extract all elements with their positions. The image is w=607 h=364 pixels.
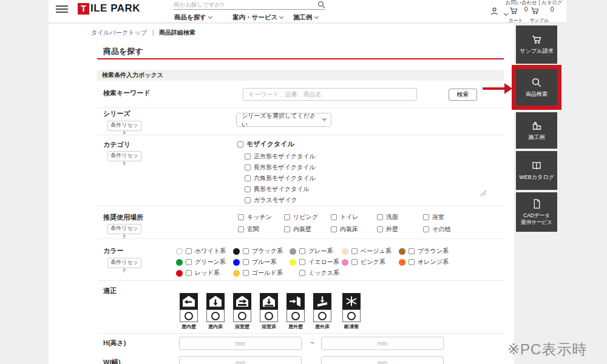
color-checkbox-gray[interactable]: グレー系 <box>290 247 333 255</box>
sidebar-works-button[interactable]: 施工例 <box>516 112 557 149</box>
suitability-selector[interactable] <box>260 309 278 322</box>
suitability-frost: 耐凍害 <box>342 293 361 330</box>
category-child-checkbox[interactable]: 長方形モザイクタイル <box>245 163 316 172</box>
color-checkbox-red[interactable]: レッド系 <box>176 269 220 277</box>
breadcrumb: タイルパークトップ | 商品詳細検索 <box>91 29 195 37</box>
color-swatch <box>233 270 240 277</box>
category-child-checkbox[interactable]: 六角形モザイクタイル <box>245 174 316 183</box>
color-checkbox-brown[interactable]: ブラウン系 <box>399 247 449 255</box>
outdoor-wall-icon <box>287 293 305 309</box>
suitability-selector[interactable] <box>206 309 225 322</box>
suitability-indoor-wall: 屋内壁 <box>180 293 198 330</box>
search-box-header: 検索条件入力ボックス <box>97 70 504 81</box>
sample-cart-button[interactable]: サンプル 0 <box>530 6 554 24</box>
category-child-checkbox[interactable]: ガラスモザイク <box>245 196 297 204</box>
search-button[interactable]: 検索 <box>449 89 477 101</box>
suitability-bath-floor: 浴室床 <box>260 293 278 330</box>
breadcrumb-home-link[interactable]: タイルパークトップ <box>91 29 147 36</box>
cart-button[interactable]: カート 0 <box>509 6 527 24</box>
color-swatch <box>342 248 348 255</box>
series-select[interactable]: シリーズを選択してください <box>236 113 331 127</box>
cart-icon <box>531 34 543 45</box>
suitability-selector[interactable] <box>313 309 331 322</box>
search-icon[interactable] <box>317 1 325 8</box>
nav-products[interactable]: 商品を探す <box>174 13 212 22</box>
indoor-wall-icon <box>180 293 198 309</box>
color-checkbox-gold[interactable]: ゴールド系 <box>233 269 283 277</box>
color-checkbox-mix[interactable]: ミックス系 <box>299 269 339 277</box>
cart-label: カート <box>509 18 523 24</box>
color-checkbox-green[interactable]: グリーン系 <box>176 258 226 266</box>
color-reset-button[interactable]: 条件リセット <box>107 258 141 268</box>
page-title: 商品を探す <box>103 46 143 57</box>
keyword-input[interactable] <box>243 88 417 101</box>
height-label: H(高さ) <box>103 339 126 348</box>
place-checkbox[interactable]: 浴室 <box>423 213 444 221</box>
color-checkbox-black[interactable]: ブラック系 <box>233 247 283 255</box>
category-child-checkbox[interactable]: 異形モザイクタイル <box>245 185 310 194</box>
category-child-checkbox[interactable]: 正方形モザイクタイル <box>245 152 316 161</box>
color-swatch <box>176 270 183 277</box>
category-reset-button[interactable]: 条件リセット <box>107 151 141 161</box>
color-swatch <box>233 259 240 266</box>
color-swatch <box>176 259 183 266</box>
title-underline <box>97 58 504 59</box>
series-reset-button[interactable]: 条件リセット <box>107 121 141 131</box>
height-min-input[interactable] <box>179 337 302 350</box>
checkbox <box>237 141 243 147</box>
bath-wall-icon <box>233 293 251 309</box>
suitability-label: 適正 <box>103 286 117 295</box>
pc-display-note: ※PC表示時 <box>507 340 587 359</box>
suitability-selector[interactable] <box>287 309 305 322</box>
suitability-indoor-floor: 屋内床 <box>206 293 225 330</box>
color-checkbox-white[interactable]: ホワイト系 <box>176 247 226 255</box>
user-icon <box>489 6 500 16</box>
color-checkbox-yellow[interactable]: イエロー系 <box>290 258 339 266</box>
nav-works[interactable]: 施工例 <box>293 13 318 22</box>
color-checkbox-orange[interactable]: オレンジ系 <box>399 258 449 266</box>
sidebar-cad-data-button[interactable]: CADデータ提供サービス <box>516 192 557 232</box>
suitability-bath-wall: 浴室壁 <box>233 293 251 330</box>
width-max-input[interactable] <box>321 356 444 364</box>
tile-park-logo[interactable]: T ILE PARK <box>78 2 140 15</box>
place-checkbox[interactable]: トイレ <box>331 213 359 221</box>
account-menu[interactable] <box>489 6 507 19</box>
width-min-input[interactable] <box>179 356 302 364</box>
header-search-input[interactable] <box>174 1 317 8</box>
building-icon <box>531 120 543 131</box>
place-checkbox[interactable]: 洗面 <box>377 213 398 221</box>
tilde-separator: ~ <box>310 339 314 347</box>
color-checkbox-beige[interactable]: ベージュ系 <box>342 247 392 255</box>
suitability-selector[interactable] <box>342 309 361 322</box>
suitability-selector[interactable] <box>180 309 198 322</box>
color-checkbox-blue[interactable]: ブルー系 <box>233 258 276 266</box>
nav-services[interactable]: 案内・サービス <box>232 13 283 22</box>
sidebar-product-search-button[interactable]: 商品検索 <box>516 69 557 106</box>
frost-resistant-icon <box>342 293 361 309</box>
sidebar-sample-request-button[interactable]: サンプル請求 <box>516 25 557 64</box>
color-checkbox-pink[interactable]: ピンク系 <box>342 258 385 266</box>
cart-count: 0 <box>524 6 528 13</box>
book-icon <box>531 160 543 171</box>
place-checkbox[interactable]: 外壁 <box>377 225 398 234</box>
category-parent-checkbox[interactable]: モザイクタイル <box>237 140 294 149</box>
document-icon <box>532 198 542 209</box>
place-checkbox[interactable]: リビング <box>284 213 318 221</box>
place-checkbox[interactable]: キッチン <box>238 213 272 221</box>
logo-text: ILE PARK <box>90 2 140 15</box>
place-checkbox[interactable]: 内装壁 <box>284 225 311 234</box>
suitability-selector[interactable] <box>233 309 251 322</box>
category-label: カテゴリ <box>103 140 131 149</box>
place-checkbox[interactable]: 内装床 <box>331 225 358 234</box>
height-max-input[interactable] <box>321 337 444 350</box>
color-swatch <box>342 259 348 266</box>
place-reset-button[interactable]: 条件リセット <box>107 224 141 234</box>
place-checkbox[interactable]: その他 <box>423 225 450 234</box>
color-swatch <box>290 248 296 255</box>
hamburger-menu-icon[interactable] <box>56 5 68 13</box>
bath-floor-icon <box>260 293 278 309</box>
indoor-floor-icon <box>206 293 225 309</box>
place-checkbox[interactable]: 玄関 <box>238 225 259 234</box>
sidebar-web-catalog-button[interactable]: WEBカタログ <box>516 151 557 190</box>
header-search[interactable] <box>174 0 325 10</box>
